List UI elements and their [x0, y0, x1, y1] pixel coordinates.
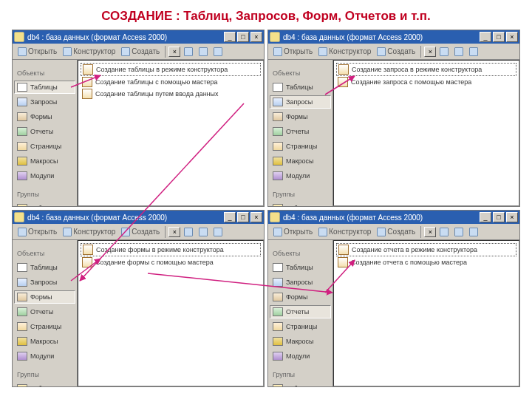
view-details[interactable]	[467, 47, 480, 56]
view-details[interactable]	[467, 228, 480, 236]
sidebar-item-modules[interactable]: Модули	[270, 349, 331, 363]
sidebar-item-reports[interactable]: Отчеты	[14, 305, 75, 318]
sidebar-item-favorites[interactable]: Избранное	[14, 382, 75, 386]
view-icons[interactable]	[437, 47, 451, 56]
create-button[interactable]: Создать	[375, 47, 417, 56]
close-button[interactable]: ×	[250, 32, 262, 42]
sidebar-item-forms[interactable]: Формы	[14, 110, 75, 123]
favorite-icon	[273, 204, 283, 206]
design-button[interactable]: Конструктор	[61, 47, 117, 56]
sidebar-item-pages[interactable]: Страницы	[14, 320, 75, 333]
list-item[interactable]: Создание отчета в режиме конструктора	[336, 243, 516, 256]
sidebar-item-tables[interactable]: Таблицы	[270, 81, 331, 94]
design-button[interactable]: Конструктор	[316, 47, 373, 56]
titlebar[interactable]: db4 : база данных (формат Access 2000) _…	[268, 30, 519, 44]
maximize-button[interactable]: □	[237, 212, 249, 222]
sidebar-item-reports[interactable]: Отчеты	[14, 125, 75, 138]
delete-button[interactable]: ×	[424, 227, 436, 237]
open-button[interactable]: Открыть	[271, 228, 315, 236]
sidebar-item-reports[interactable]: Отчеты	[270, 125, 331, 138]
sidebar-item-label: Макросы	[30, 338, 58, 345]
view-icons[interactable]	[182, 47, 195, 56]
design-button[interactable]: Конструктор	[316, 228, 373, 236]
open-button[interactable]: Открыть	[16, 47, 59, 56]
sidebar-objects-header: Объекты	[14, 248, 75, 259]
sidebar-item-pages[interactable]: Страницы	[270, 320, 331, 333]
sidebar-item-tables[interactable]: Таблицы	[270, 261, 331, 274]
list-item[interactable]: Создание таблицы с помощью мастера	[81, 76, 261, 88]
sidebar-item-macros[interactable]: Макросы	[270, 335, 331, 348]
list-item[interactable]: Создание таблицы в режиме конструктора	[81, 63, 261, 76]
close-button[interactable]: ×	[506, 32, 518, 42]
minimize-button[interactable]: _	[224, 212, 236, 222]
list-item[interactable]: Создание запроса в режиме конструктора	[336, 63, 516, 76]
create-button[interactable]: Создать	[119, 228, 162, 236]
content-pane: Создание отчета в режиме конструктора Со…	[333, 240, 519, 386]
view-icon	[440, 228, 449, 236]
sidebar-item-label: Формы	[286, 113, 308, 120]
view-icons[interactable]	[437, 228, 451, 236]
titlebar[interactable]: db4 : база данных (формат Access 2000) _…	[13, 30, 264, 44]
minimize-button[interactable]: _	[480, 32, 491, 42]
view-list[interactable]	[452, 47, 466, 56]
view-list[interactable]	[197, 47, 210, 56]
list-item[interactable]: Создание запроса с помощью мастера	[336, 76, 516, 88]
sidebar-item-macros[interactable]: Макросы	[270, 154, 331, 168]
sidebar-item-forms[interactable]: Формы	[14, 290, 75, 304]
open-button[interactable]: Открыть	[16, 228, 59, 236]
view-list[interactable]	[452, 228, 466, 236]
sidebar-item-queries[interactable]: Запросы	[14, 276, 75, 289]
sidebar-item-macros[interactable]: Макросы	[14, 335, 75, 348]
maximize-button[interactable]: □	[237, 32, 249, 42]
delete-button[interactable]: ×	[168, 47, 180, 57]
close-button[interactable]: ×	[506, 212, 518, 222]
create-icon	[377, 47, 386, 56]
maximize-button[interactable]: □	[493, 32, 505, 42]
sidebar-item-pages[interactable]: Страницы	[14, 140, 75, 153]
list-item[interactable]: Создание таблицы путем ввода данных	[81, 88, 261, 100]
titlebar[interactable]: db4 : база данных (формат Access 2000) _…	[268, 211, 519, 224]
sidebar-item-queries[interactable]: Запросы	[270, 95, 331, 109]
sidebar-item-tables[interactable]: Таблицы	[14, 261, 75, 274]
sidebar-item-macros[interactable]: Макросы	[14, 154, 75, 168]
maximize-button[interactable]: □	[493, 212, 505, 222]
create-button[interactable]: Создать	[119, 47, 162, 56]
sidebar-item-favorites[interactable]: Избранное	[270, 202, 331, 206]
sidebar-item-favorites[interactable]: Избранное	[270, 382, 331, 386]
open-button[interactable]: Открыть	[271, 47, 315, 56]
view-list[interactable]	[197, 228, 210, 236]
sidebar-item-forms[interactable]: Формы	[270, 290, 331, 304]
sidebar-item-favorites[interactable]: Избранное	[14, 202, 75, 206]
sidebar-item-label: Таблицы	[286, 264, 313, 271]
sidebar-item-tables[interactable]: Таблицы	[14, 81, 75, 94]
delete-button[interactable]: ×	[168, 227, 180, 237]
minimize-button[interactable]: _	[224, 32, 236, 42]
titlebar[interactable]: db4 : база данных (формат Access 2000) _…	[13, 211, 264, 224]
view-icons[interactable]	[182, 228, 195, 236]
macro-icon	[273, 337, 283, 346]
create-button[interactable]: Создать	[375, 228, 417, 236]
sidebar-item-modules[interactable]: Модули	[14, 169, 75, 183]
sidebar-item-label: Страницы	[30, 323, 61, 330]
delete-button[interactable]: ×	[424, 47, 436, 57]
close-button[interactable]: ×	[250, 212, 262, 222]
minimize-button[interactable]: _	[480, 212, 491, 222]
view-details[interactable]	[211, 228, 225, 236]
sidebar-item-pages[interactable]: Страницы	[270, 140, 331, 153]
design-button[interactable]: Конструктор	[61, 228, 117, 236]
design-icon	[318, 228, 327, 236]
view-details[interactable]	[211, 47, 225, 56]
list-item[interactable]: Создание формы с помощью мастера	[81, 256, 261, 268]
list-item[interactable]: Создание отчета с помощью мастера	[336, 256, 516, 268]
window-title: db4 : база данных (формат Access 2000)	[27, 214, 224, 222]
sidebar-item-modules[interactable]: Модули	[14, 349, 75, 363]
sidebar-item-reports[interactable]: Отчеты	[270, 305, 331, 318]
sidebar-item-forms[interactable]: Формы	[270, 110, 331, 123]
sidebar-item-modules[interactable]: Модули	[270, 169, 331, 183]
sidebar-item-queries[interactable]: Запросы	[270, 276, 331, 289]
content-pane: Создание запроса в режиме конструктора С…	[333, 60, 519, 206]
list-item[interactable]: Создание формы в режиме конструктора	[81, 243, 261, 256]
form-icon	[273, 112, 283, 121]
list-icon	[454, 228, 463, 236]
sidebar-item-queries[interactable]: Запросы	[14, 95, 75, 109]
